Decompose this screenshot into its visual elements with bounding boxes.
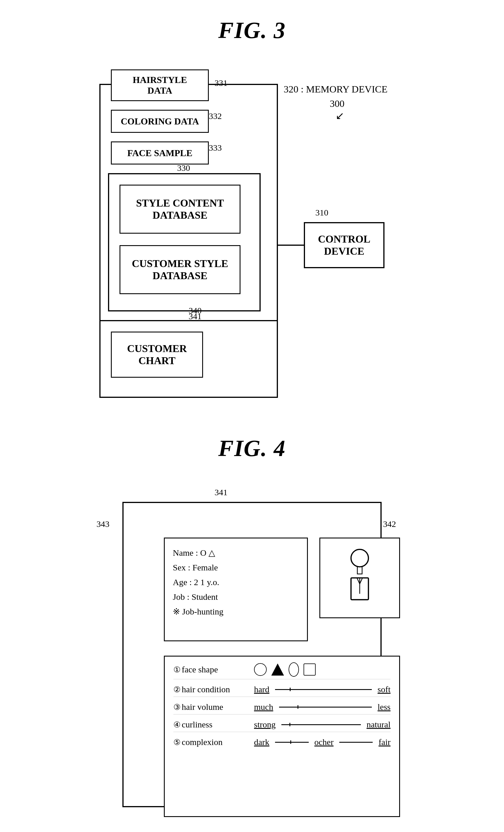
customer-note: ※ Job-hunting <box>173 604 299 619</box>
complexion-dark: dark <box>254 737 269 747</box>
ref-341-fig4: 341 <box>215 488 228 497</box>
face-sample-label: FACE SAMPLE <box>127 148 192 158</box>
curliness-strong: strong <box>254 720 275 729</box>
ref-310: 310 <box>315 208 328 217</box>
ref-300: 300 <box>330 98 344 109</box>
svg-point-0 <box>351 549 369 567</box>
pref-row-face-shape: ①face shape <box>174 662 391 679</box>
arrow-300-icon: ↙ <box>336 110 344 122</box>
ref-341: 341 <box>189 311 202 321</box>
pref-row-hair-volume: ③hair volume much less <box>174 702 391 714</box>
ref-333: 333 <box>209 143 222 153</box>
ref-330: 330 <box>177 163 190 173</box>
preference-box: ①face shape ②hair condition <box>164 656 400 817</box>
control-device-label: CONTROLDEVICE <box>318 233 370 257</box>
face-shape-oval-icon <box>289 662 299 677</box>
coloring-data-box: COLORING DATA <box>111 110 209 133</box>
face-shape-square-icon <box>303 664 316 676</box>
hair-condition-soft: soft <box>377 684 391 694</box>
pref-label-complexion: ⑤complexion <box>174 737 254 747</box>
ref-342: 342 <box>383 519 396 529</box>
face-shape-circle-icon <box>254 663 267 676</box>
complexion-scale-line2 <box>339 742 373 743</box>
hairstyle-data-box: HAIRSTYLEDATA <box>111 70 209 101</box>
photo-box <box>319 538 400 618</box>
hairstyle-data-label: HAIRSTYLEDATA <box>133 75 187 96</box>
hair-condition-scale: hard soft <box>254 684 391 694</box>
pref-label-face-shape: ①face shape <box>174 665 254 674</box>
pref-row-complexion: ⑤complexion dark ocher fair <box>174 737 391 749</box>
hair-volume-scale-line <box>279 707 372 707</box>
fig3-section: FIG. 3 300 ↙ 320 : MEMORY DEVICE HAIRSTY… <box>23 17 481 401</box>
fig4-title: FIG. 4 <box>23 435 481 462</box>
customer-job: Job : Student <box>173 590 299 604</box>
svg-line-4 <box>357 578 360 584</box>
svg-rect-2 <box>357 567 362 574</box>
hair-condition-scale-line <box>275 689 372 690</box>
pref-label-hair-condition: ②hair condition <box>174 684 254 694</box>
customer-name: Name : O △ <box>173 545 299 560</box>
customer-sex: Sex : Female <box>173 560 299 575</box>
face-sample-box: FACE SAMPLE <box>111 141 209 164</box>
face-shape-triangle-icon <box>271 664 284 676</box>
memory-device-label: 320 : MEMORY DEVICE <box>284 84 387 95</box>
customer-chart-box: CUSTOMERCHART <box>111 332 203 378</box>
complexion-fair: fair <box>378 737 391 747</box>
ref-331: 331 <box>215 78 228 88</box>
coloring-data-label: COLORING DATA <box>121 116 199 127</box>
pref-content-curliness: strong natural <box>254 720 391 729</box>
curliness-natural: natural <box>367 720 391 729</box>
pref-content-complexion: dark ocher fair <box>254 737 391 747</box>
hair-volume-less: less <box>377 702 391 712</box>
connector-line-icon <box>278 244 304 246</box>
person-icon <box>340 546 380 609</box>
pref-label-hair-volume: ③hair volume <box>174 702 254 712</box>
curliness-scale: strong natural <box>254 720 391 729</box>
complexion-scale: dark ocher fair <box>254 737 391 747</box>
pref-content-face-shape <box>254 662 391 677</box>
fig4-diagram: 341 343 342 344 Name : O △ Sex : Female … <box>94 479 410 825</box>
hair-volume-scale: much less <box>254 702 391 712</box>
customer-chart-label: CUSTOMERCHART <box>127 342 187 367</box>
pref-row-hair-condition: ②hair condition hard soft <box>174 684 391 697</box>
page: FIG. 3 300 ↙ 320 : MEMORY DEVICE HAIRSTY… <box>0 0 504 832</box>
pref-content-hair-volume: much less <box>254 702 391 712</box>
scale-marker-icon <box>290 688 291 691</box>
ref-343: 343 <box>97 519 109 529</box>
complexion-ocher: ocher <box>315 737 334 747</box>
complexion-scale-line <box>275 742 309 743</box>
ref-332: 332 <box>209 111 222 121</box>
svg-line-5 <box>360 578 363 584</box>
customer-style-db-box: CUSTOMER STYLEDATABASE <box>120 245 240 294</box>
customer-style-db-label: CUSTOMER STYLEDATABASE <box>132 258 228 282</box>
scale-marker-icon <box>297 705 298 709</box>
scale-marker-icon <box>289 723 290 726</box>
style-content-db-box: STYLE CONTENTDATABASE <box>120 185 240 234</box>
customer-age: Age : 2 1 y.o. <box>173 575 299 590</box>
control-device-box: CONTROLDEVICE <box>304 222 384 268</box>
fig4-section: FIG. 4 341 343 342 344 Name : O △ Sex : … <box>23 435 481 825</box>
pref-content-hair-condition: hard soft <box>254 684 391 694</box>
fig4-outer-box: Name : O △ Sex : Female Age : 2 1 y.o. J… <box>123 502 381 807</box>
curliness-scale-line <box>282 724 361 725</box>
fig3-diagram: 300 ↙ 320 : MEMORY DEVICE HAIRSTYLEDATA … <box>94 61 410 401</box>
pref-label-curliness: ④curliness <box>174 720 254 729</box>
customer-info-box: Name : O △ Sex : Female Age : 2 1 y.o. J… <box>164 538 308 641</box>
hair-condition-hard: hard <box>254 684 269 694</box>
fig3-title: FIG. 3 <box>23 17 481 44</box>
pref-row-curliness: ④curliness strong natural <box>174 720 391 732</box>
scale-marker-icon <box>290 740 291 744</box>
style-content-db-label: STYLE CONTENTDATABASE <box>136 197 224 221</box>
hair-volume-much: much <box>254 702 273 712</box>
